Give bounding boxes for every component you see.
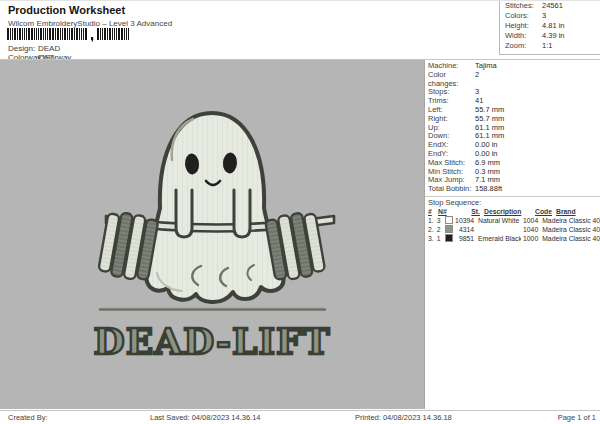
detail-stops: Stops:3 xyxy=(425,88,600,97)
summary-stats-box: Stitches:24561 Colors:3 Height:4.81 in W… xyxy=(499,1,600,55)
col-needle: N# xyxy=(438,207,458,216)
cell-code: 1000 xyxy=(521,234,538,243)
detail-right: Right:55.7 mm xyxy=(425,115,600,124)
detail-endx: EndX:0.00 in xyxy=(425,141,600,150)
thread-color-swatch xyxy=(445,225,453,233)
detail-up: Up:61.1 mm xyxy=(425,124,600,133)
details-panel: Machine:Tajima Color changes:2 Stops:3 T… xyxy=(425,60,600,409)
detail-down: Down:61.1 mm xyxy=(425,132,600,141)
detail-color-changes: Color changes:2 xyxy=(425,71,600,89)
design-canvas: DEAD-LIFT xyxy=(0,60,425,409)
stat-value: 4.81 in xyxy=(542,21,565,31)
cell-stitches: 9851 xyxy=(455,234,474,243)
left-arm xyxy=(176,190,192,237)
stat-value: 3 xyxy=(542,11,546,21)
cell-code: 1040 xyxy=(521,225,538,234)
cell-stitches: 4314 xyxy=(455,225,474,234)
detail-left: Left:55.7 mm xyxy=(425,106,600,115)
design-lettering: DEAD-LIFT xyxy=(0,321,424,361)
stat-stitches: Stitches:24561 xyxy=(500,1,600,11)
stat-label: Stitches: xyxy=(505,1,542,11)
cell-brand: Madeira Classic 40 xyxy=(538,234,600,243)
table-row: 2. 2 4314 1040 Madeira Classic 40 xyxy=(425,225,600,234)
app-subtitle: Wilcom EmbroideryStudio – Level 3 Advanc… xyxy=(8,19,172,28)
col-stitches: St. xyxy=(458,207,480,216)
production-worksheet-page: Production Worksheet Wilcom EmbroiderySt… xyxy=(0,0,600,424)
footer-page-number: Page 1 of 1 xyxy=(558,413,596,422)
col-description: Description xyxy=(480,207,533,216)
col-stop: # xyxy=(428,207,438,216)
detail-trims: Trims:41 xyxy=(425,97,600,106)
table-row: 3. 1 9851 Emerald Black 1000 Madeira Cla… xyxy=(425,234,600,243)
stop-sequence-title: Stop Sequence: xyxy=(425,198,600,207)
stop-sequence-header: # N# St. Description Code Brand xyxy=(425,207,600,216)
thread-color-swatch xyxy=(445,234,453,242)
stat-value: 1:1 xyxy=(542,41,552,51)
detail-label: Total Bobbin: xyxy=(428,185,475,194)
detail-value: 2 xyxy=(475,71,479,89)
stat-value: 4.39 in xyxy=(542,31,565,41)
detail-total-bobbin: Total Bobbin:158.88ft xyxy=(425,185,600,194)
detail-value: 158.88ft xyxy=(475,185,502,194)
cell-brand: Madeira Classic 40 xyxy=(538,216,600,225)
cell-stop: 3. xyxy=(428,234,437,243)
stat-zoom: Zoom:1:1 xyxy=(500,41,600,51)
cell-description: Natural White xyxy=(474,216,521,225)
cell-needle: 3 xyxy=(437,216,445,225)
stat-label: Height: xyxy=(505,21,542,31)
table-row: 1. 3 10394 Natural White 1004 Madeira Cl… xyxy=(425,216,600,225)
cell-brand: Madeira Classic 40 xyxy=(538,225,600,234)
detail-machine: Machine:Tajima xyxy=(425,62,600,71)
cell-stop: 1. xyxy=(428,216,437,225)
design-barcode xyxy=(7,28,131,42)
cell-needle: 1 xyxy=(437,234,445,243)
detail-label: Color changes: xyxy=(428,71,475,89)
stat-width: Width:4.39 in xyxy=(500,31,600,41)
cell-needle: 2 xyxy=(437,225,445,234)
footer-last-saved: Last Saved: 04/08/2023 14.36.14 xyxy=(150,413,261,422)
stat-height: Height:4.81 in xyxy=(500,21,600,31)
ghost-body xyxy=(142,113,283,302)
col-brand: Brand xyxy=(552,207,600,216)
panel-separator xyxy=(425,196,600,197)
stat-colors: Colors:3 xyxy=(500,11,600,21)
thread-color-swatch xyxy=(445,216,453,224)
stat-label: Width: xyxy=(505,31,542,41)
right-arm xyxy=(234,190,250,237)
cell-swatch xyxy=(445,225,455,233)
cell-description: Emerald Black xyxy=(474,234,521,243)
cell-code: 1004 xyxy=(521,216,538,225)
footer-created-by: Created By: xyxy=(8,413,48,422)
cell-stop: 2. xyxy=(428,225,437,234)
cell-stitches: 10394 xyxy=(455,216,474,225)
left-weight-plates xyxy=(98,210,159,282)
right-weight-plates xyxy=(265,210,326,282)
page-title: Production Worksheet xyxy=(8,4,125,16)
footer-separator xyxy=(0,410,600,411)
cell-swatch xyxy=(445,216,455,224)
footer-printed: Printed: 04/08/2023 14.36.18 xyxy=(355,413,452,422)
col-code: Code xyxy=(533,207,552,216)
cell-swatch xyxy=(445,234,455,242)
stat-value: 24561 xyxy=(542,1,563,11)
design-label: Design: xyxy=(8,44,35,53)
stat-label: Zoom: xyxy=(505,41,542,51)
stat-label: Colors: xyxy=(505,11,542,21)
